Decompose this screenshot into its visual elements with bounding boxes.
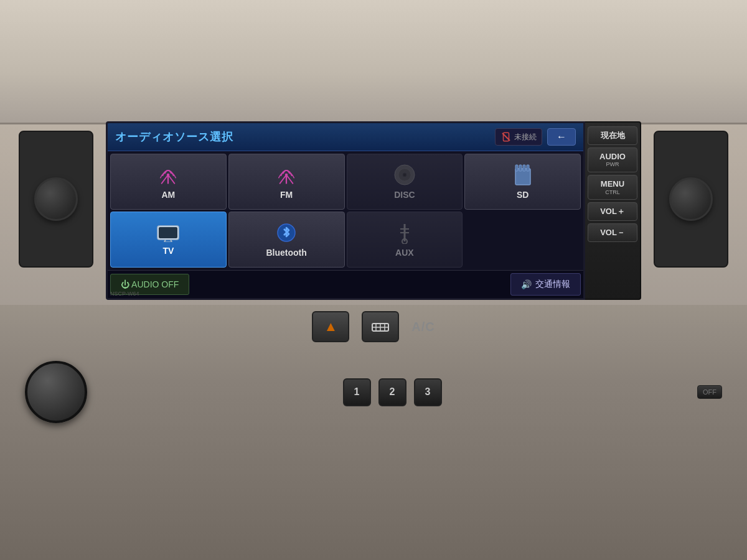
source-button-tv[interactable]: TV [110,212,227,268]
am-label: AM [161,190,175,200]
head-unit: オーディオソース選択 未接続 ← [106,121,641,300]
source-button-sd[interactable]: SD [464,154,581,210]
source-button-disc[interactable]: DISC [347,154,463,210]
antenna-fm-icon [275,164,298,186]
tv-label: TV [162,246,174,256]
tv-icon [156,223,180,242]
aux-icon [395,222,414,244]
vent-left [19,131,93,268]
aux-label: AUX [395,248,414,258]
disc-label: DISC [394,190,415,200]
unconnected-badge: 未接続 [495,128,542,146]
rear-defrost-button[interactable] [362,311,399,342]
traffic-button[interactable]: 🔊 交通情報 [510,273,581,296]
lower-dashboard [0,305,747,560]
dashboard-top-trim [0,0,747,124]
menu-button[interactable]: MENU CTRL [588,175,637,200]
svg-rect-17 [523,165,525,171]
screen-title: オーディオソース選択 [115,129,233,144]
source-button-aux[interactable]: AUX [347,212,463,268]
audio-button[interactable]: AUDIO PWR [588,147,637,172]
genzaichi-button[interactable]: 現在地 [588,126,637,145]
source-button-bluetooth[interactable]: Bluetooth [228,212,345,268]
svg-rect-15 [515,165,518,171]
bluetooth-icon [277,222,296,244]
sd-label: SD [517,190,529,200]
num-button-3[interactable]: 3 [414,378,442,406]
sd-icon [514,164,532,186]
screen-footer: ⏻ AUDIO OFF 🔊 交通情報 [108,270,583,298]
num-button-2[interactable]: 2 [378,378,406,406]
vent-right [654,131,728,268]
svg-line-7 [280,175,286,184]
hazard-button[interactable]: ▲ [312,311,349,342]
phone-crossed-icon [500,131,512,142]
unconnected-label: 未接続 [514,132,537,142]
small-ctrl-right: OFF [697,385,722,399]
left-knob[interactable] [25,361,87,423]
traffic-icon: 🔊 [521,279,532,289]
rear-defrost-icon [371,319,390,335]
svg-rect-16 [519,165,522,171]
svg-point-5 [167,174,170,177]
off-button[interactable]: OFF [697,385,722,399]
svg-line-3 [162,175,169,184]
svg-rect-18 [527,165,529,171]
vol-minus-button[interactable]: VOL－ [588,223,637,242]
num-buttons: 1 2 3 [343,378,442,406]
controls-row: ▲ A/C [125,311,622,342]
side-panel: 現在地 AUDIO PWR MENU CTRL VOL＋ VOL－ [585,121,641,300]
back-button[interactable]: ← [547,128,576,146]
screen-header: オーディオソース選択 未接続 ← [108,123,583,151]
ac-label[interactable]: A/C [411,320,435,334]
antenna-am-icon [157,164,179,186]
disc-icon [393,164,416,186]
source-button-fm[interactable]: FM [228,154,345,210]
svg-line-4 [168,175,175,184]
vent-knob-right[interactable] [669,177,713,221]
model-label: NSCP-W64 [110,291,139,297]
vent-knob-left[interactable] [34,177,78,221]
traffic-label: 交通情報 [535,279,570,290]
svg-point-9 [285,174,288,177]
bottom-row: 1 2 3 OFF [0,361,747,423]
svg-point-13 [403,174,406,176]
num-button-1[interactable]: 1 [343,378,371,406]
fm-label: FM [280,190,293,200]
dashboard: オーディオソース選択 未接続 ← [0,0,747,560]
screen-header-right: 未接続 ← [495,128,576,146]
source-button-am[interactable]: AM [110,154,227,210]
screen: オーディオソース選択 未接続 ← [106,121,585,300]
source-grid: AM FM [108,151,583,270]
svg-line-8 [286,175,293,184]
svg-rect-20 [159,227,177,238]
bluetooth-label: Bluetooth [266,248,306,258]
vol-plus-button[interactable]: VOL＋ [588,202,637,221]
